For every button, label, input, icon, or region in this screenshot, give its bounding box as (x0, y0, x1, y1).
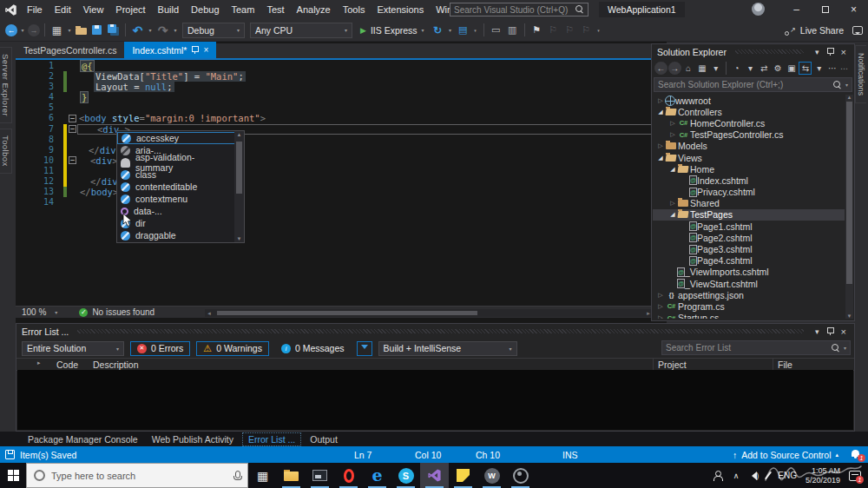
tree-item[interactable]: @Privacy.cshtml (653, 187, 845, 198)
se-back-icon[interactable]: ← (654, 62, 667, 75)
caret-icon[interactable]: ▾ (709, 62, 722, 75)
document-tab[interactable]: Index.cshtml*× (124, 42, 216, 58)
panel-tab-error-list[interactable]: Error List ... (242, 432, 301, 446)
code-line[interactable]: 6−<body style="margin:0 !important"> (16, 113, 654, 123)
solution-tree-scrollbar[interactable]: ▲ ▼ (845, 95, 853, 319)
code-editor[interactable]: 1@{2ViewData["Title"] = "Main";3Layout =… (16, 60, 654, 306)
tree-item[interactable]: ◢Controllers (653, 106, 845, 117)
home-icon[interactable]: ⌂ (682, 62, 695, 75)
sync-active-icon[interactable]: ⇆ (799, 62, 812, 75)
taskbar-app-edge[interactable]: e (363, 463, 391, 488)
source-filter-dropdown[interactable]: Build + IntelliSense▾ (378, 341, 517, 356)
editor-horizontal-scrollbar[interactable]: ◄ ► (205, 309, 653, 317)
live-preview-icon[interactable]: ▤ (456, 23, 470, 37)
code-line[interactable]: 11 (16, 166, 654, 176)
intellisense-item[interactable]: draggable (117, 229, 244, 241)
clock[interactable]: 1:05 AM 5/20/2019 (806, 466, 840, 485)
warnings-filter-button[interactable]: ⚠ 0 Warnings (196, 341, 269, 356)
menu-project[interactable]: Project (109, 0, 151, 19)
save-icon[interactable] (89, 23, 104, 37)
search-icon[interactable] (575, 5, 584, 14)
more-icon[interactable]: ⋯ (826, 62, 839, 75)
menu-view[interactable]: View (77, 0, 110, 19)
search-icon[interactable] (833, 81, 842, 89)
taskbar-app-task-view[interactable]: ▦ (248, 463, 277, 488)
pin-icon[interactable] (827, 48, 833, 56)
menu-tools[interactable]: Tools (337, 0, 372, 19)
platform-dropdown[interactable]: Any CPU▾ (250, 23, 352, 38)
close-icon[interactable]: × (203, 45, 208, 55)
undo-icon[interactable]: ↶ (130, 23, 145, 37)
add-to-source-control-button[interactable]: ↑ Add to Source Control ▴ (733, 446, 838, 463)
redo-icon[interactable]: ↷ (155, 23, 170, 37)
caret-icon[interactable]: ▾ (447, 23, 454, 37)
code-line[interactable]: 12</div (16, 176, 654, 187)
open-folder-icon[interactable] (75, 23, 88, 37)
taskbar-app-file-explorer[interactable] (277, 463, 306, 488)
collapsed-arrow-icon[interactable]: ▷ (656, 314, 665, 319)
hidden-icons-chevron[interactable]: ∧ (733, 472, 740, 480)
configuration-dropdown[interactable]: Debug▾ (182, 23, 245, 38)
quick-search-input[interactable] (454, 5, 572, 15)
bm-next-icon[interactable]: ⚐ (562, 23, 577, 37)
intellisense-item[interactable]: data-... (117, 205, 244, 217)
collapse-icon[interactable]: − (69, 125, 76, 133)
bm-prev-icon[interactable]: ⚐ (546, 23, 561, 37)
feedback-icon[interactable] (852, 26, 863, 35)
language-indicator[interactable]: ENG (778, 471, 797, 480)
collapsed-arrow-icon[interactable]: ▷ (668, 131, 677, 138)
intellisense-item[interactable]: dir (117, 217, 244, 229)
tree-item[interactable]: ◢Home (653, 163, 845, 175)
expanded-arrow-icon[interactable]: ◢ (668, 166, 677, 173)
column-indicator[interactable]: Col 10 (415, 446, 441, 463)
more-dots[interactable]: ⋯ (840, 64, 852, 73)
tree-item[interactable]: ▷Models (653, 141, 845, 152)
start-button[interactable] (0, 463, 26, 488)
code-line[interactable]: 7−<div > (16, 124, 654, 135)
taskbar-app-visual-studio[interactable] (420, 463, 449, 488)
tree-item[interactable]: @Page2.cshtml (653, 232, 845, 243)
scroll-left-icon[interactable]: ◄ (207, 311, 212, 316)
intellisense-item[interactable]: asp-validation-summary (117, 156, 244, 168)
code-line[interactable]: 5 (16, 102, 654, 113)
mini-caret-icon[interactable]: ▾ (595, 23, 602, 37)
chevron-down-icon[interactable]: ▾ (845, 82, 848, 88)
code-line[interactable]: 10−<div> (16, 155, 654, 166)
quick-search-box[interactable] (450, 3, 589, 16)
column-code[interactable]: Code (56, 359, 78, 370)
caret-icon[interactable]: ▾ (66, 23, 73, 37)
expanded-arrow-icon[interactable]: ◢ (656, 155, 665, 162)
speaker-icon[interactable]: ) (747, 472, 759, 480)
menu-debug[interactable]: Debug (185, 0, 225, 19)
line-indicator[interactable]: Ln 7 (354, 446, 372, 463)
menu-analyze[interactable]: Analyze (291, 0, 337, 19)
pin-icon[interactable] (827, 327, 833, 336)
caret-icon[interactable]: ▾ (19, 23, 26, 37)
scroll-up-icon[interactable]: ▲ (234, 132, 244, 137)
messages-filter-button[interactable]: i 0 Messages (275, 341, 351, 356)
column-project[interactable]: Project (658, 359, 687, 370)
mini-caret-icon[interactable]: ▾ (472, 23, 479, 37)
tree-item[interactable]: @Page1.cshtml (653, 221, 845, 232)
tree-item[interactable]: ▷C#HomeController.cs (653, 117, 845, 129)
document-tab[interactable]: TestPagesController.cs (16, 42, 124, 58)
code-line[interactable]: 2ViewData["Title"] = "Main"; (16, 71, 654, 82)
sync-icon[interactable]: ⇄ (758, 62, 771, 75)
chevron-down-icon[interactable]: ▾ (812, 327, 822, 336)
taskbar-app-sticky-notes[interactable] (449, 463, 477, 488)
panel-tab-output[interactable]: Output (305, 433, 343, 445)
chevron-down-icon[interactable]: ▾ (844, 345, 846, 351)
expanded-arrow-icon[interactable]: ◢ (668, 211, 677, 218)
tree-item[interactable]: ◢TestPages (653, 209, 845, 221)
collapsed-arrow-icon[interactable]: ▷ (668, 200, 677, 207)
scrollbar-thumb[interactable] (846, 102, 852, 284)
taskbar-app-screenshot-tool[interactable] (306, 463, 334, 488)
taskbar-app-opera[interactable] (334, 463, 363, 488)
pending-icon[interactable]: ◔ (730, 62, 743, 75)
taskbar-search-input[interactable] (51, 471, 227, 481)
scrollbar-thumb[interactable] (236, 142, 242, 194)
menu-team[interactable]: Team (226, 0, 261, 19)
switch-views-icon[interactable]: ▦ (696, 62, 709, 75)
collapse-icon[interactable]: − (69, 156, 76, 164)
menu-file[interactable]: File (21, 0, 49, 19)
